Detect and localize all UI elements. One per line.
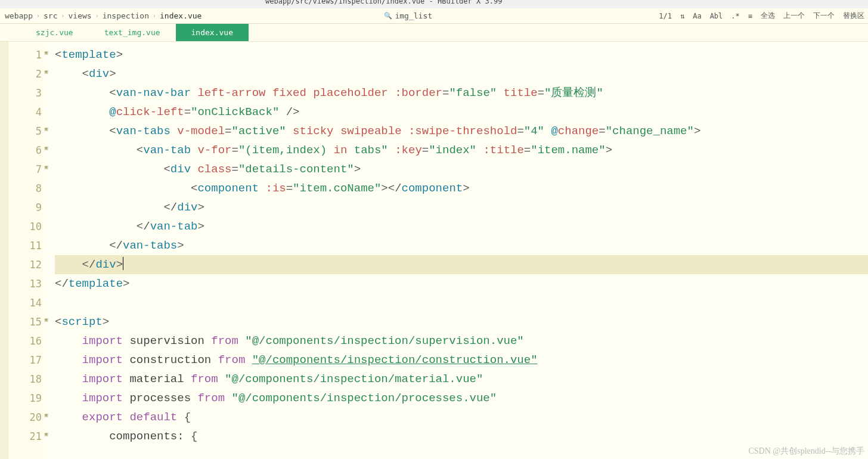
- code-line[interactable]: <div>: [55, 64, 868, 83]
- select-all-button[interactable]: 全选: [761, 11, 775, 21]
- editor-tab-bar: szjc.vuetext_img.vueindex.vue: [0, 24, 868, 42]
- line-number[interactable]: 20▣: [8, 408, 42, 427]
- line-number[interactable]: 9: [8, 198, 42, 217]
- breadcrumb[interactable]: webapp› src› views› inspection› index.vu…: [4, 11, 432, 20]
- chevron-right-icon: ›: [153, 13, 156, 19]
- code-line[interactable]: <van-nav-bar left-arrow fixed placeholde…: [55, 83, 868, 103]
- line-number[interactable]: 19: [8, 389, 42, 408]
- editor-tab[interactable]: szjc.vue: [20, 24, 89, 41]
- chevron-right-icon: ›: [36, 13, 40, 19]
- code-line[interactable]: <component :is="item.coName"></component…: [55, 179, 868, 198]
- code-line[interactable]: import supervision from "@/components/in…: [55, 331, 868, 351]
- code-line[interactable]: <script>: [55, 312, 868, 331]
- code-line[interactable]: <template>: [55, 45, 868, 64]
- code-line[interactable]: import material from "@/components/inspe…: [55, 370, 868, 389]
- watermark-text: CSDN @共创splendid--与您携手: [748, 446, 864, 457]
- code-line[interactable]: export default {: [55, 408, 868, 427]
- breadcrumb-bar: webapp› src› views› inspection› index.vu…: [0, 8, 868, 24]
- code-line[interactable]: </template>: [55, 274, 868, 293]
- line-number[interactable]: 17: [8, 351, 42, 370]
- line-number[interactable]: 6▣: [8, 141, 42, 160]
- word-toggle[interactable]: Abl: [710, 12, 723, 20]
- code-line[interactable]: </div>: [55, 198, 868, 217]
- line-number[interactable]: 13: [8, 274, 42, 293]
- list-toggle[interactable]: ≡: [748, 12, 752, 20]
- crumb-views[interactable]: views: [67, 11, 93, 20]
- line-number[interactable]: 4: [8, 103, 42, 122]
- updown-icon[interactable]: ⇅: [680, 12, 684, 20]
- line-number[interactable]: 8: [8, 179, 42, 198]
- code-line[interactable]: [55, 293, 868, 312]
- case-toggle[interactable]: Aa: [693, 12, 701, 20]
- line-number[interactable]: 12: [8, 255, 42, 274]
- line-number[interactable]: 11: [8, 236, 42, 255]
- line-number[interactable]: 16: [8, 331, 42, 351]
- menu-bar: webapp/src/views/inspection/index.vue - …: [0, 0, 868, 8]
- regex-toggle[interactable]: .*: [731, 12, 739, 20]
- line-number[interactable]: 1▣: [8, 45, 42, 64]
- crumb-inspection[interactable]: inspection: [101, 11, 150, 20]
- editor-tab[interactable]: index.vue: [176, 24, 249, 41]
- editor-tab[interactable]: text_img.vue: [89, 24, 176, 41]
- line-number[interactable]: 10: [8, 217, 42, 236]
- window-title: webapp/src/views/inspection/index.vue - …: [265, 0, 502, 4]
- code-line[interactable]: <van-tab v-for="(item,index) in tabs" :k…: [55, 141, 868, 160]
- line-number[interactable]: 14: [8, 293, 42, 312]
- code-line[interactable]: </van-tab>: [55, 217, 868, 236]
- find-toolbar: 1/1 ⇅ Aa Abl .* ≡ 全选 上一个 下一个 替换区: [659, 11, 864, 21]
- code-editor[interactable]: <template> <div> <van-nav-bar left-arrow…: [45, 42, 868, 459]
- search-term: img_list: [395, 11, 432, 20]
- crumb-file[interactable]: index.vue: [159, 11, 203, 20]
- line-number[interactable]: 3: [8, 83, 42, 103]
- code-line[interactable]: </van-tabs>: [55, 236, 868, 255]
- code-line[interactable]: import construction from "@/components/i…: [55, 351, 868, 370]
- line-number[interactable]: 15▣: [8, 312, 42, 331]
- chevron-right-icon: ›: [61, 13, 64, 19]
- next-match-button[interactable]: 下一个: [813, 11, 835, 21]
- match-counter: 1/1: [659, 12, 672, 20]
- search-icon: 🔍: [384, 12, 392, 20]
- line-number[interactable]: 2▣: [8, 64, 42, 83]
- crumb-webapp[interactable]: webapp: [4, 11, 34, 20]
- crumb-src[interactable]: src: [42, 11, 58, 20]
- breakpoint-gutter[interactable]: [0, 42, 8, 459]
- prev-match-button[interactable]: 上一个: [783, 11, 805, 21]
- line-number[interactable]: 21▣: [8, 427, 42, 446]
- line-number-gutter[interactable]: 1▣2▣345▣6▣7▣89101112131415▣1617181920▣21…: [8, 42, 45, 459]
- code-line[interactable]: <div class="details-content">: [55, 160, 868, 179]
- code-line[interactable]: <van-tabs v-model="active" sticky swipea…: [55, 122, 868, 141]
- line-number[interactable]: 7▣: [8, 160, 42, 179]
- code-line[interactable]: @click-left="onClickBack" />: [55, 103, 868, 122]
- code-line[interactable]: </div>: [55, 255, 868, 274]
- replace-section-button[interactable]: 替换区: [843, 11, 864, 21]
- chevron-right-icon: ›: [95, 13, 99, 19]
- code-line[interactable]: import processes from "@/components/insp…: [55, 389, 868, 408]
- search-indicator[interactable]: 🔍 img_list: [384, 11, 432, 20]
- editor-area: 1▣2▣345▣6▣7▣89101112131415▣1617181920▣21…: [0, 42, 868, 459]
- code-line[interactable]: components: {: [55, 427, 868, 446]
- line-number[interactable]: 5▣: [8, 122, 42, 141]
- line-number[interactable]: 18: [8, 370, 42, 389]
